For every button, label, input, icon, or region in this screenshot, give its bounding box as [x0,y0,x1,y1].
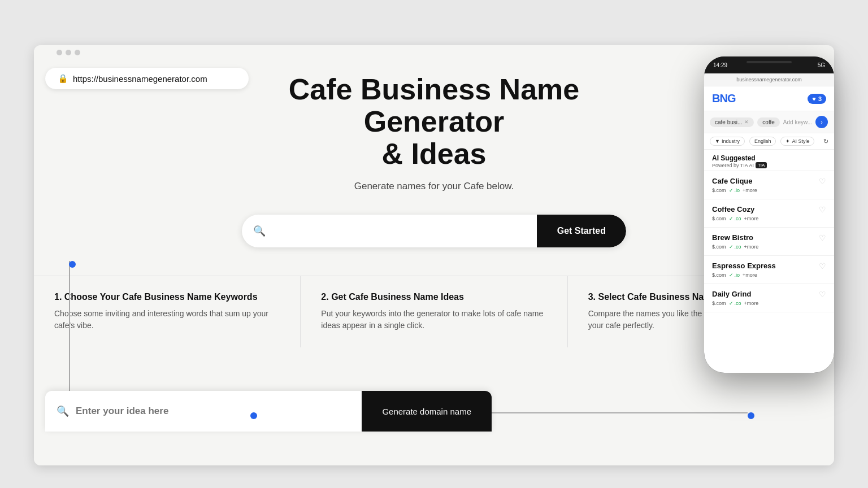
ai-suggested-title: AI Suggested [712,154,826,162]
search-go-button[interactable]: › [815,116,828,128]
name-list-item[interactable]: Coffee Cozy $.com.co+more ♡ [704,199,834,228]
name-info: Coffee Cozy $.com.co+more [712,205,758,221]
browser-dot-1 [57,50,62,55]
name-title: Coffee Cozy [712,205,758,213]
ai-suggested-section: AI Suggested Powered by TIA AI TIA [704,150,834,171]
domain-tag: $.com [712,272,726,278]
browser-dot-3 [75,50,80,55]
resize-handle-bottom-left[interactable] [250,412,257,419]
name-title: Daily Grind [712,290,758,298]
domain-tags: $.com.co+more [712,244,758,250]
domain-available: .co [729,300,741,306]
favorite-icon[interactable]: ♡ [819,262,826,271]
domain-more[interactable]: +more [744,216,759,221]
name-title: Espresso Express [712,262,776,270]
ai-icon: ✦ [785,138,790,144]
filter-icon: ▼ [715,138,720,144]
domain-more[interactable]: +more [744,244,759,250]
step-1-desc: Choose some inviting and interesting wor… [54,308,280,332]
name-title: Cafe Clique [712,177,757,185]
tia-badge: TIA [756,162,767,168]
phone-signal: 5G [818,62,825,68]
filter-industry[interactable]: ▼ Industry [710,137,745,146]
favorite-icon[interactable]: ♡ [819,205,826,214]
heart-badge: ♥ 3 [808,94,826,104]
step-2-title: 2. Get Cafe Business Name Ideas [321,292,546,302]
name-list-item[interactable]: Daily Grind $.com.co+more ♡ [704,284,834,312]
address-bar[interactable]: 🔒 https://businessnamegenerator.com [45,68,249,89]
domain-available: .io [729,188,740,193]
bng-logo: BNG [712,92,735,105]
name-list: Cafe Clique $.com.io+more ♡ Coffee Cozy … [704,171,834,373]
name-info: Espresso Express $.com.io+more [712,262,776,278]
phone-url-bar: businessnamegenerator.com [704,73,834,86]
filter-language[interactable]: English [749,137,776,146]
name-info: Brew Bistro $.com.co+more [712,233,758,250]
filter-language-label: English [754,138,771,144]
domain-available: .io [729,272,740,278]
connector-line-left [69,261,70,412]
get-started-button[interactable]: Get Started [537,215,626,247]
step-1-title: 1. Choose Your Cafe Business Name Keywor… [54,292,280,302]
tag-remove-cafe[interactable]: ✕ [744,119,749,125]
step-1-card: 1. Choose Your Cafe Business Name Keywor… [34,276,301,347]
phone-time: 14:29 [713,62,727,68]
name-title: Brew Bistro [712,233,758,242]
heart-count: 3 [818,95,822,102]
name-info: Cafe Clique $.com.io+more [712,177,757,193]
phone-notch: 14:29 5G [704,56,834,73]
browser-dot-2 [66,50,71,55]
main-heading: Cafe Business Name Generator & Ideas [222,73,646,171]
phone-mockup: 14:29 5G businessnamegenerator.com BNG ♥… [704,56,834,373]
filter-ai-label: AI Style [792,138,809,144]
step-2-desc: Put your keywords into the generator to … [321,308,546,332]
search-input-area: 🔍 [242,225,537,237]
domain-tags: $.com.io+more [712,188,757,193]
domain-tag: $.com [712,244,726,250]
domain-tags: $.com.io+more [712,272,776,278]
domain-more[interactable]: +more [743,272,757,278]
name-info: Daily Grind $.com.co+more [712,290,758,306]
browser-dots-area [57,50,80,55]
main-search-input[interactable] [271,226,526,236]
tag-label-cafe: cafe busi... [715,119,742,125]
favorite-icon[interactable]: ♡ [819,233,826,242]
search-tag-cafe[interactable]: cafe busi... ✕ [710,117,754,127]
url-text: https://businessnamegenerator.com [73,74,207,84]
refresh-icon[interactable]: ↻ [823,138,828,145]
name-list-item[interactable]: Espresso Express $.com.io+more ♡ [704,256,834,284]
name-list-item[interactable]: Brew Bistro $.com.co+more ♡ [704,228,834,256]
bottom-search-bar: 🔍 Generate domain name [45,391,492,432]
generate-button[interactable]: Generate domain name [362,391,492,432]
filter-bar: ▼ Industry English ✦ AI Style ↻ [704,133,834,150]
main-search-bar: 🔍 Get Started [242,215,626,247]
domain-available: .co [729,244,741,250]
heart-icon-header: ♥ [812,95,816,102]
filter-industry-label: Industry [722,138,740,144]
sub-heading: Generate names for your Cafe below. [354,181,514,192]
search-tag-coffe[interactable]: coffe [757,117,780,127]
domain-tags: $.com.co+more [712,300,758,306]
name-list-item[interactable]: Cafe Clique $.com.io+more ♡ [704,171,834,199]
filter-ai-style[interactable]: ✦ AI Style [780,137,814,146]
phone-app-header: BNG ♥ 3 [704,86,834,111]
favorite-icon[interactable]: ♡ [819,290,826,299]
domain-tag: $.com [712,300,726,306]
phone-screen: businessnamegenerator.com BNG ♥ 3 cafe b… [704,73,834,373]
domain-available: .co [729,216,741,221]
add-keyword-text: Add keyw... [783,119,812,125]
domain-more[interactable]: +more [743,188,757,193]
domain-more[interactable]: +more [744,300,759,306]
phone-search-tags: cafe busi... ✕ coffe Add keyw... › [704,111,834,133]
favorite-icon[interactable]: ♡ [819,177,826,186]
ai-powered-text: Powered by TIA AI TIA [712,162,826,168]
domain-tag: $.com [712,216,726,221]
step-2-card: 2. Get Cafe Business Name Ideas Put your… [301,276,567,347]
search-icon: 🔍 [253,225,266,237]
domain-tag: $.com [712,188,726,193]
resize-handle-left[interactable] [69,261,76,268]
bottom-search-input[interactable] [76,406,350,417]
resize-handle-bottom-right[interactable] [748,412,754,419]
domain-tags: $.com.co+more [712,216,758,221]
lock-icon: 🔒 [58,73,68,84]
